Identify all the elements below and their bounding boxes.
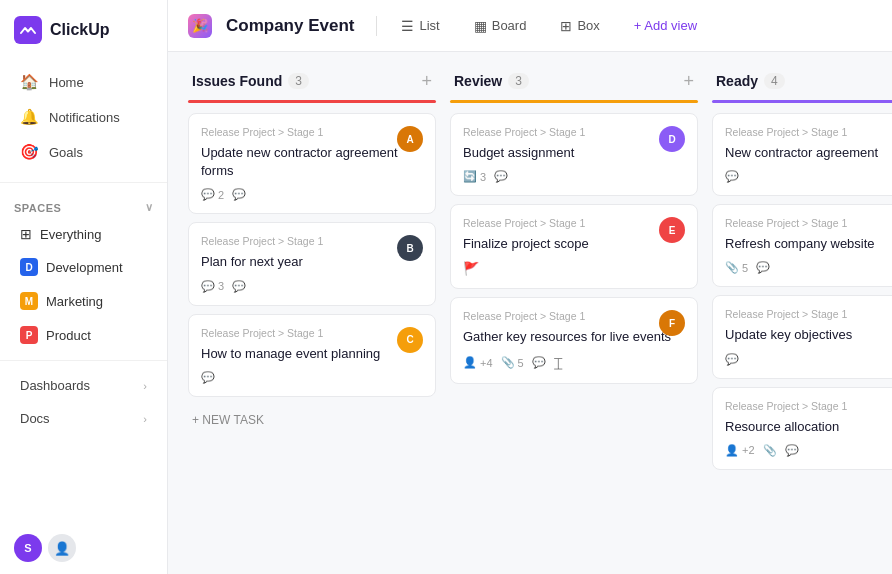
sidebar-item-everything-label: Everything: [40, 227, 101, 242]
tab-board[interactable]: ▦ Board: [464, 13, 537, 39]
dashboards-label: Dashboards: [20, 378, 90, 393]
sidebar-item-docs[interactable]: Docs ›: [6, 403, 161, 434]
card-5-meta: Release Project > Stage 1: [463, 217, 685, 229]
home-icon: 🏠: [20, 73, 39, 91]
project-icon: 🎉: [188, 14, 212, 38]
tab-box-label: Box: [577, 18, 599, 33]
card-3-stat-msg: 💬: [201, 371, 215, 384]
spaces-section-header: Spaces ∨: [0, 191, 167, 218]
sidebar-item-notifications[interactable]: 🔔 Notifications: [6, 100, 161, 134]
marketing-dot: M: [20, 292, 38, 310]
sidebar-item-development[interactable]: D Development: [6, 251, 161, 283]
column-ready-header: Ready 4 +: [712, 72, 892, 100]
product-dot: P: [20, 326, 38, 344]
card-1-stat-msg: 💬: [232, 188, 246, 201]
tab-box[interactable]: ⊞ Box: [550, 13, 609, 39]
column-review-add-icon[interactable]: +: [683, 72, 694, 90]
card-2-stat-msg: 💬: [232, 280, 246, 293]
main-content: 🎉 Company Event ☰ List ▦ Board ⊞ Box + A…: [168, 0, 892, 574]
card-10-stat-attach: 📎: [763, 444, 777, 457]
user-avatar-2[interactable]: 👤: [48, 534, 76, 562]
card-10-stat-people: 👤 +2: [725, 444, 755, 457]
card-6-stat-msg: 💬: [532, 356, 546, 369]
user-avatar[interactable]: S: [14, 534, 42, 562]
card-event-planning[interactable]: Release Project > Stage 1 How to manage …: [188, 314, 436, 397]
docs-label: Docs: [20, 411, 50, 426]
logo-text: ClickUp: [50, 21, 110, 39]
sidebar-item-goals-label: Goals: [49, 145, 83, 160]
tab-list[interactable]: ☰ List: [391, 13, 449, 39]
card-5-footer: 🚩: [463, 261, 685, 276]
card-budget-assignment[interactable]: Release Project > Stage 1 Budget assignm…: [450, 113, 698, 196]
card-8-stat-attach: 📎 5: [725, 261, 748, 274]
attach-icon-10: 📎: [763, 444, 777, 457]
card-6-footer: 👤 +4 📎 5 💬 ⌶: [463, 355, 685, 371]
column-review: Review 3 + Release Project > Stage 1 Bud…: [450, 72, 698, 392]
card-refresh-website[interactable]: Release Project > Stage 1 Refresh compan…: [712, 204, 892, 287]
new-task-label: + NEW TASK: [192, 413, 264, 427]
card-5-avatar: E: [659, 217, 685, 243]
card-6-attach-count: 5: [518, 357, 524, 369]
column-issues-found-header: Issues Found 3 +: [188, 72, 436, 100]
sidebar-divider-1: [0, 182, 167, 183]
spaces-chevron-icon[interactable]: ∨: [145, 201, 154, 214]
card-10-footer: 👤 +2 📎 💬: [725, 444, 892, 457]
sidebar: ClickUp 🏠 Home 🔔 Notifications 🎯 Goals S…: [0, 0, 168, 574]
card-3-meta: Release Project > Stage 1: [201, 327, 423, 339]
list-icon: ☰: [401, 18, 414, 34]
logo: ClickUp: [0, 0, 167, 60]
card-7-title: New contractor agreement: [725, 144, 892, 162]
card-7-stat-msg: 💬: [725, 170, 739, 183]
attach-icon-8: 📎: [725, 261, 739, 274]
dashboards-chevron-icon: ›: [143, 380, 147, 392]
sidebar-item-home[interactable]: 🏠 Home: [6, 65, 161, 99]
sidebar-item-product[interactable]: P Product: [6, 319, 161, 351]
comment-icon-2: 💬: [201, 280, 215, 293]
card-update-objectives[interactable]: Release Project > Stage 1 Update key obj…: [712, 295, 892, 378]
column-issues-found: Issues Found 3 + Release Project > Stage…: [188, 72, 436, 435]
card-8-title: Refresh company website: [725, 235, 892, 253]
new-task-button[interactable]: + NEW TASK: [188, 405, 436, 435]
top-header: 🎉 Company Event ☰ List ▦ Board ⊞ Box + A…: [168, 0, 892, 52]
sidebar-item-development-label: Development: [46, 260, 123, 275]
card-resource-allocation[interactable]: Release Project > Stage 1 Resource alloc…: [712, 387, 892, 470]
card-4-cycle-count: 3: [480, 171, 486, 183]
card-9-stat-msg: 💬: [725, 353, 739, 366]
board: Issues Found 3 + Release Project > Stage…: [168, 52, 892, 574]
card-4-avatar: D: [659, 126, 685, 152]
card-finalize-project-scope[interactable]: Release Project > Stage 1 Finalize proje…: [450, 204, 698, 289]
comment-icon: 💬: [201, 188, 215, 201]
everything-icon: ⊞: [20, 226, 32, 242]
card-3-title: How to manage event planning: [201, 345, 423, 363]
card-8-meta: Release Project > Stage 1: [725, 217, 892, 229]
msg-icon-4: 💬: [494, 170, 508, 183]
card-gather-resources[interactable]: Release Project > Stage 1 Gather key res…: [450, 297, 698, 383]
sidebar-item-marketing[interactable]: M Marketing: [6, 285, 161, 317]
card-6-stat-people: 👤 +4: [463, 356, 493, 369]
card-10-title: Resource allocation: [725, 418, 892, 436]
card-7-footer: 💬: [725, 170, 892, 183]
msg-icon-2: 💬: [232, 280, 246, 293]
card-10-people-count: +2: [742, 444, 755, 456]
column-issues-found-add-icon[interactable]: +: [421, 72, 432, 90]
card-1-title: Update new contractor agreement forms: [201, 144, 423, 180]
sidebar-item-notifications-label: Notifications: [49, 110, 120, 125]
card-update-contractor[interactable]: Release Project > Stage 1 Update new con…: [188, 113, 436, 214]
sidebar-item-everything[interactable]: ⊞ Everything: [6, 219, 161, 249]
card-9-title: Update key objectives: [725, 326, 892, 344]
card-plan-next-year[interactable]: Release Project > Stage 1 Plan for next …: [188, 222, 436, 305]
add-view-button[interactable]: + Add view: [624, 13, 707, 38]
msg-icon-6: 💬: [532, 356, 546, 369]
development-dot: D: [20, 258, 38, 276]
sidebar-item-goals[interactable]: 🎯 Goals: [6, 135, 161, 169]
tab-board-label: Board: [492, 18, 527, 33]
people-icon-10: 👤: [725, 444, 739, 457]
sidebar-item-dashboards[interactable]: Dashboards ›: [6, 370, 161, 401]
card-7-meta: Release Project > Stage 1: [725, 126, 892, 138]
card-new-contractor-agreement[interactable]: Release Project > Stage 1 New contractor…: [712, 113, 892, 196]
card-2-title: Plan for next year: [201, 253, 423, 271]
card-1-meta: Release Project > Stage 1: [201, 126, 423, 138]
column-ready: Ready 4 + Release Project > Stage 1 New …: [712, 72, 892, 478]
msg-icon-10: 💬: [785, 444, 799, 457]
sidebar-item-marketing-label: Marketing: [46, 294, 103, 309]
